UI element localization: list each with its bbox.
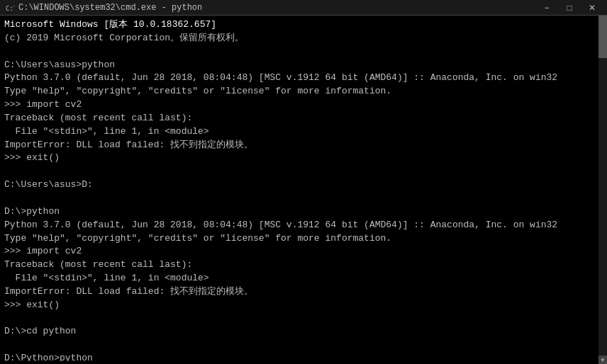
maximize-button[interactable]: □ xyxy=(559,1,580,15)
terminal-line: Type "help", "copyright", "credits" or "… xyxy=(4,232,594,246)
cmd-icon: C:\ xyxy=(4,3,14,13)
terminal-line: File "<stdin>", line 1, in <module> xyxy=(4,272,594,285)
terminal-line: Python 3.7.0 (default, Jun 28 2018, 08:0… xyxy=(4,219,594,232)
terminal-line: >>> import cv2 xyxy=(4,98,594,112)
terminal-line: D:\>python xyxy=(4,205,594,219)
terminal-line: ImportError: DLL load failed: 找不到指定的模块。 xyxy=(4,139,594,152)
terminal-content[interactable]: Microsoft Windows [版本 10.0.18362.657](c)… xyxy=(4,18,594,361)
terminal-line xyxy=(4,45,594,59)
terminal-line xyxy=(4,165,594,178)
terminal-window: Microsoft Windows [版本 10.0.18362.657](c)… xyxy=(0,16,607,364)
titlebar: C:\ C:\WINDOWS\system32\cmd.exe - python… xyxy=(0,0,607,16)
terminal-line: (c) 2019 Microsoft Corporation。保留所有权利。 xyxy=(4,32,594,45)
terminal-line: >>> exit() xyxy=(4,152,594,165)
terminal-line: >>> import cv2 xyxy=(4,245,594,258)
terminal-line: Traceback (most recent call last): xyxy=(4,258,594,272)
scrollbar-thumb[interactable] xyxy=(598,16,607,58)
titlebar-left: C:\ C:\WINDOWS\system32\cmd.exe - python xyxy=(4,3,202,13)
terminal-line: >>> exit() xyxy=(4,299,594,312)
terminal-line: D:\Python>python xyxy=(4,352,594,361)
terminal-line: C:\Users\asus>python xyxy=(4,59,594,72)
svg-text:C:\: C:\ xyxy=(6,5,14,12)
scrollbar[interactable]: ▲ ▼ xyxy=(598,16,607,364)
terminal-line: ImportError: DLL load failed: 找不到指定的模块。 xyxy=(4,285,594,299)
terminal-line: Traceback (most recent call last): xyxy=(4,112,594,125)
terminal-line xyxy=(4,192,594,205)
terminal-line: Microsoft Windows [版本 10.0.18362.657] xyxy=(4,18,594,32)
terminal-line: File "<stdin>", line 1, in <module> xyxy=(4,125,594,139)
terminal-line: Python 3.7.0 (default, Jun 28 2018, 08:0… xyxy=(4,72,594,85)
terminal-line xyxy=(4,312,594,326)
minimize-button[interactable]: − xyxy=(536,1,557,15)
terminal-line xyxy=(4,339,594,352)
terminal-line: D:\>cd python xyxy=(4,325,594,339)
window-controls: − □ ✕ xyxy=(536,1,603,15)
terminal-line: C:\Users\asus>D: xyxy=(4,178,594,192)
close-button[interactable]: ✕ xyxy=(581,1,603,15)
scrollbar-down-arrow[interactable]: ▼ xyxy=(598,356,607,364)
terminal-line: Type "help", "copyright", "credits" or "… xyxy=(4,85,594,98)
window-title: C:\WINDOWS\system32\cmd.exe - python xyxy=(18,3,202,13)
